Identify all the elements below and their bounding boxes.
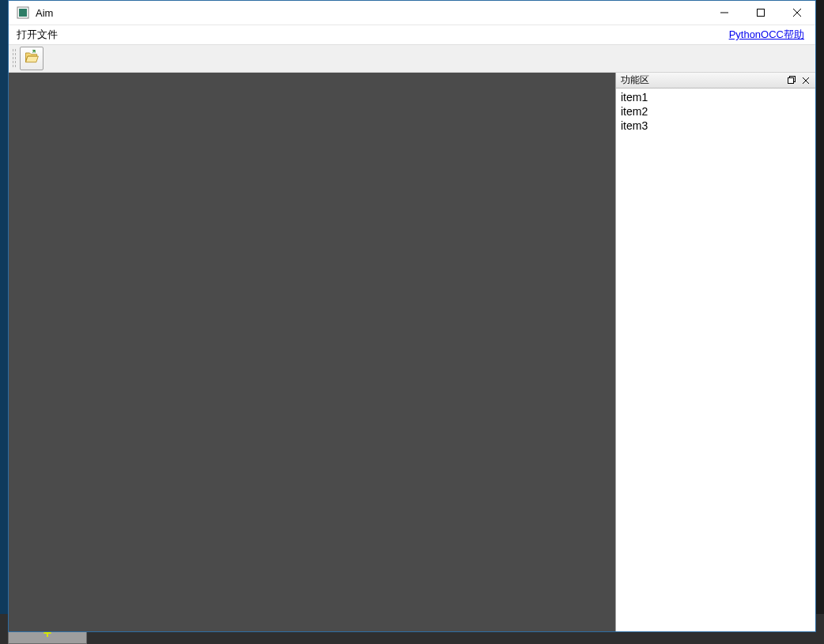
dock-header[interactable]: 功能区 [616,73,815,89]
dock-title: 功能区 [621,73,649,87]
folder-open-icon [24,49,40,68]
app-window: Aim 打开文件 PythonOCC帮助 [8,0,816,632]
dock-close-button[interactable] [799,74,812,87]
main-area: 功能区 [9,73,815,631]
app-icon [17,6,29,19]
open-file-button[interactable] [20,47,43,70]
minimize-button[interactable] [706,1,743,25]
help-link[interactable]: PythonOCC帮助 [729,28,811,42]
maximize-button[interactable] [743,1,779,25]
dock-panel: 功能区 [615,73,815,631]
desktop-left-strip [0,0,8,644]
dock-float-button[interactable] [785,74,798,87]
svg-rect-7 [788,77,794,83]
svg-rect-3 [758,9,765,17]
window-title: Aim [36,7,53,19]
list-item[interactable]: item2 [616,104,815,119]
titlebar[interactable]: Aim [9,1,815,25]
close-icon [803,75,809,86]
float-icon [788,75,796,86]
viewport-canvas[interactable] [9,73,615,631]
toolbar [9,44,815,73]
svg-rect-1 [19,9,27,17]
list-item[interactable]: item1 [616,90,815,104]
menubar: 打开文件 PythonOCC帮助 [9,25,815,44]
desktop-background: + Aim 打开文件 Pytho [0,0,824,644]
close-button[interactable] [779,1,815,25]
list-item[interactable]: item3 [616,119,815,133]
menu-open-file[interactable]: 打开文件 [13,26,61,43]
dock-list[interactable]: item1 item2 item3 [616,89,815,631]
toolbar-grip[interactable] [12,48,17,69]
